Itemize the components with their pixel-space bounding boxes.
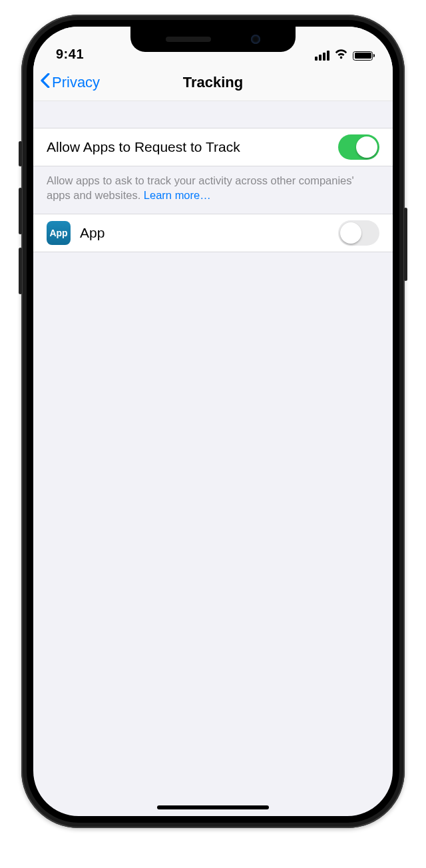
allow-track-label: Allow Apps to Request to Track	[47, 139, 338, 155]
app-tracking-toggle[interactable]	[338, 220, 379, 246]
mute-switch	[19, 141, 22, 166]
cellular-signal-icon	[315, 51, 329, 61]
allow-track-row: Allow Apps to Request to Track	[33, 128, 393, 166]
chevron-left-icon	[40, 73, 50, 92]
app-name: App	[80, 225, 338, 241]
learn-more-link[interactable]: Learn more…	[144, 189, 211, 201]
allow-track-toggle[interactable]	[338, 134, 379, 160]
back-button[interactable]: Privacy	[40, 73, 100, 92]
app-row: App App	[33, 214, 393, 252]
back-label: Privacy	[52, 74, 100, 91]
notch	[130, 27, 296, 52]
battery-icon	[353, 51, 373, 61]
volume-up-button	[19, 188, 22, 234]
home-indicator[interactable]	[157, 805, 269, 809]
status-time: 9:41	[56, 47, 84, 62]
volume-down-button	[19, 248, 22, 294]
device-frame: 9:41	[21, 15, 405, 828]
screen: 9:41	[33, 27, 393, 816]
speaker-grille	[166, 37, 211, 42]
nav-bar: Privacy Tracking	[33, 64, 393, 101]
app-icon: App	[47, 221, 71, 245]
allow-track-footer: Allow apps to ask to track your activity…	[33, 166, 393, 214]
front-camera	[251, 35, 260, 44]
side-button	[404, 208, 407, 281]
wifi-icon	[334, 49, 348, 62]
